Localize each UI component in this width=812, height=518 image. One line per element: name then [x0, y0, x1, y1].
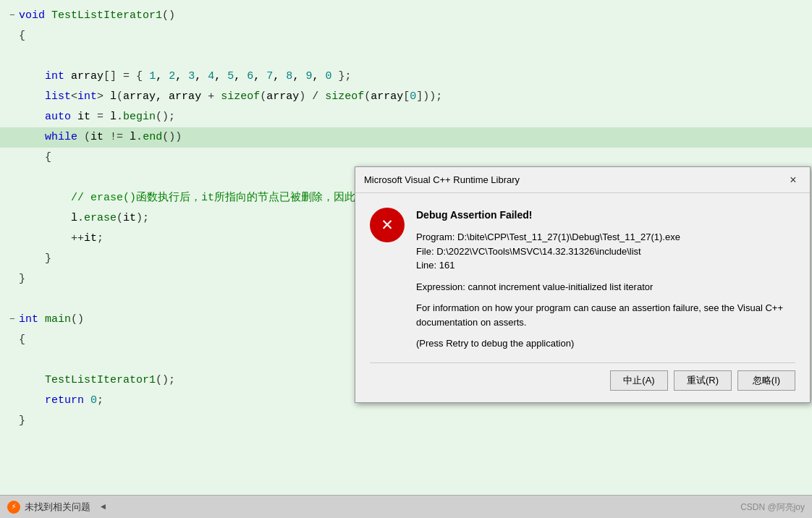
warning-icon: ⚡ — [7, 501, 20, 514]
scroll-arrow[interactable]: ◄ — [101, 502, 106, 512]
abort-button[interactable]: 中止(A) — [610, 370, 668, 391]
code-line-1: − void TestListIterator1() — [0, 6, 812, 26]
expression-line: Expression: cannot increment value-initi… — [416, 280, 795, 294]
dialog-message: Debug Assertion Failed! Program: D:\bite… — [416, 208, 795, 351]
code-line-6: auto it = l.begin(); — [0, 107, 812, 127]
retry-button[interactable]: 重试(R) — [674, 370, 732, 391]
dialog-body: ✕ Debug Assertion Failed! Program: D:\bi… — [355, 193, 810, 362]
error-title: Debug Assertion Failed! — [416, 208, 795, 223]
fold-16[interactable]: − — [7, 310, 17, 330]
dialog-close-button[interactable]: × — [785, 172, 801, 188]
line-content-21: } — [19, 411, 812, 431]
code-line-21: } — [0, 411, 812, 431]
status-bar: ⚡ 未找到相关问题 ◄ CSDN @阿亮joy — [0, 495, 812, 518]
line-content-2: { — [19, 26, 812, 46]
press-text: (Press Retry to debug the application) — [416, 336, 795, 351]
dialog-buttons: 中止(A) 重试(R) 忽略(I) — [355, 363, 810, 402]
code-line-7: while (it != l.end()) — [0, 127, 812, 148]
error-x-mark: ✕ — [381, 216, 393, 234]
line-label: Line: 161 — [416, 258, 795, 273]
info-text: For information on how your program can … — [416, 301, 795, 329]
line-content-4: int array[] = { 1, 2, 3, 4, 5, 6, 7, 8, … — [19, 67, 812, 87]
code-line-5: list<int> l(array, array + sizeof(array)… — [0, 87, 812, 107]
file-line: File: D:\2022\VC\Tools\MSVC\14.32.31326\… — [416, 245, 795, 259]
watermark: CSDN @阿亮joy — [740, 501, 805, 514]
problem-text: 未找到相关问题 — [25, 501, 90, 514]
error-dialog[interactable]: Microsoft Visual C++ Runtime Library × ✕… — [355, 166, 811, 403]
code-line-8: { — [0, 148, 812, 168]
error-icon-circle: ✕ — [370, 208, 405, 242]
code-line-3 — [0, 46, 812, 67]
code-line-2: { — [0, 26, 812, 46]
dialog-title: Microsoft Visual C++ Runtime Library — [364, 174, 520, 185]
path-lines: Program: D:\bite\CPP\Test_11_27(1)\Debug… — [416, 230, 795, 273]
status-bar-left: ⚡ 未找到相关问题 ◄ — [7, 501, 106, 514]
fold-1[interactable]: − — [7, 6, 17, 26]
code-line-4: int array[] = { 1, 2, 3, 4, 5, 6, 7, 8, … — [0, 67, 812, 87]
line-content-5: list<int> l(array, array + sizeof(array)… — [19, 87, 812, 107]
line-content-8: { — [19, 148, 812, 168]
program-line: Program: D:\bite\CPP\Test_11_27(1)\Debug… — [416, 230, 795, 245]
line-content-3 — [19, 46, 812, 67]
line-content-6: auto it = l.begin(); — [19, 107, 812, 127]
line-content-1: void TestListIterator1() — [19, 6, 812, 26]
error-icon: ✕ — [370, 208, 405, 242]
line-content-7: while (it != l.end()) — [19, 127, 812, 148]
dialog-titlebar: Microsoft Visual C++ Runtime Library × — [355, 167, 810, 193]
ignore-button[interactable]: 忽略(I) — [737, 370, 795, 391]
